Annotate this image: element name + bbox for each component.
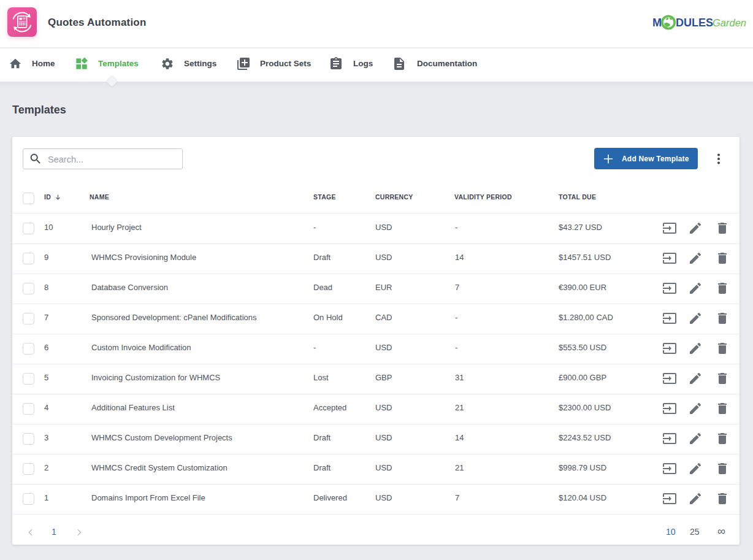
svg-text:M: M [652,17,662,29]
svg-text:DULES: DULES [676,17,713,29]
svg-text:Garden: Garden [713,17,746,28]
